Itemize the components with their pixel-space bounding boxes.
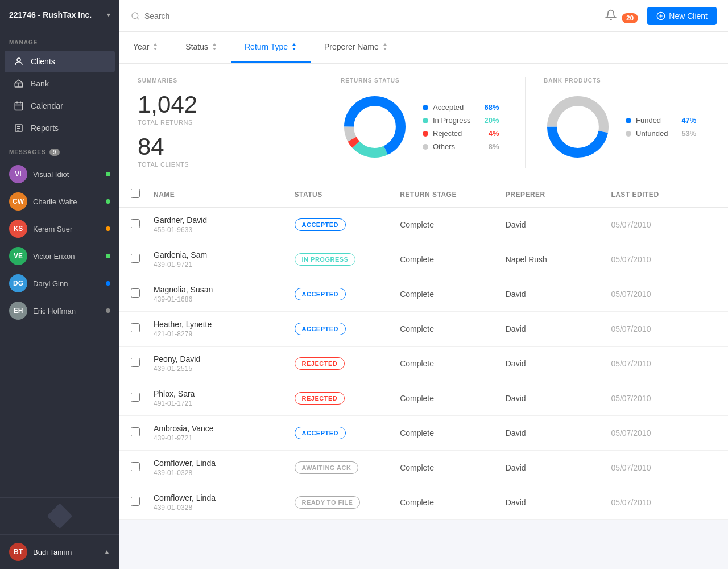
- returns-chart-area: Accepted 68% In Progress 20% Rejected 4%: [341, 93, 507, 161]
- row-check-3: [131, 323, 154, 335]
- chevron-down-icon[interactable]: ▾: [107, 11, 110, 19]
- client-name-5: Phlox, Sara: [154, 389, 295, 398]
- row-check-0: [131, 219, 154, 230]
- row-check-4: [131, 358, 154, 369]
- dot-rejected: [423, 131, 428, 137]
- sidebar-item-calendar[interactable]: Calendar: [5, 95, 115, 117]
- legend-funded-pct: 47%: [672, 116, 696, 125]
- table-row[interactable]: Gardner, David 455-01-9633 ACCEPTED Comp…: [119, 208, 728, 242]
- status-badge-2: ACCEPTED: [295, 288, 346, 300]
- total-returns-label: TOTAL RETURNS: [138, 119, 304, 126]
- row-stage-4: Complete: [400, 359, 506, 368]
- row-preparer-2: David: [506, 290, 611, 299]
- row-stage-3: Complete: [400, 324, 506, 333]
- svg-point-23: [559, 108, 598, 147]
- sidebar-item-clients[interactable]: Clients: [5, 51, 115, 72]
- avatar-cw: CW: [9, 192, 27, 211]
- message-item-charlie-waite[interactable]: CW Charlie Waite: [0, 188, 119, 215]
- search-input[interactable]: [144, 11, 596, 20]
- client-name-2: Magnolia, Susan: [154, 285, 295, 294]
- status-dot-eh: [106, 308, 110, 313]
- row-checkbox-8[interactable]: [131, 497, 140, 506]
- legend-rejected-label: Rejected: [433, 129, 462, 138]
- table-row[interactable]: Ambrosia, Vance 439-01-9721 ACCEPTED Com…: [119, 416, 728, 451]
- client-name-3: Heather, Lynette: [154, 320, 295, 329]
- bank-label: Bank: [31, 79, 49, 88]
- status-dot-vi: [106, 172, 110, 176]
- bell-icon: [605, 9, 617, 20]
- status-dot-dg: [106, 281, 110, 286]
- row-edited-1: 05/07/2010: [611, 255, 717, 264]
- client-ssn-1: 439-01-9721: [154, 261, 295, 269]
- header-preparer: Preperer: [506, 191, 611, 199]
- row-checkbox-6[interactable]: [131, 427, 140, 436]
- legend-accepted-label: Accepted: [433, 103, 464, 112]
- message-item-daryl-ginn[interactable]: DG Daryl Ginn: [0, 270, 119, 297]
- tab-preparer-name[interactable]: Preperer Name: [311, 32, 402, 63]
- header-name: Name: [154, 191, 295, 199]
- tab-return-type[interactable]: Return Type: [231, 32, 311, 63]
- sort-icon-year: [152, 43, 158, 50]
- row-name-6: Ambrosia, Vance 439-01-9721: [154, 424, 295, 442]
- table-row[interactable]: Cornflower, Linda 439-01-0328 READY TO F…: [119, 485, 728, 520]
- sidebar-item-bank[interactable]: Bank: [5, 73, 115, 94]
- tab-status[interactable]: Status: [172, 32, 231, 63]
- returns-status-block: RETURNS STATUS: [322, 77, 526, 168]
- topbar: 20 New Client: [119, 0, 728, 32]
- row-checkbox-1[interactable]: [131, 254, 140, 263]
- notification-button[interactable]: 20: [605, 9, 638, 23]
- row-edited-3: 05/07/2010: [611, 324, 717, 333]
- row-stage-7: Complete: [400, 463, 506, 472]
- client-ssn-7: 439-01-0328: [154, 469, 295, 477]
- row-checkbox-3[interactable]: [131, 323, 140, 332]
- row-checkbox-2[interactable]: [131, 288, 140, 298]
- dot-unfunded: [626, 131, 631, 137]
- row-checkbox-5[interactable]: [131, 393, 140, 402]
- legend-funded-label: Funded: [636, 116, 661, 125]
- legend-unfunded: Unfunded 53%: [626, 129, 696, 138]
- bank-donut: [544, 93, 612, 161]
- status-badge-5: REJECTED: [295, 392, 345, 405]
- select-all-checkbox[interactable]: [131, 189, 140, 198]
- status-badge-8: READY TO FILE: [295, 496, 361, 509]
- table-row[interactable]: Peony, David 439-01-2515 REJECTED Comple…: [119, 347, 728, 381]
- table-row[interactable]: Phlox, Sara 491-01-1721 REJECTED Complet…: [119, 381, 728, 416]
- new-client-button[interactable]: New Client: [647, 7, 717, 25]
- status-badge-1: IN PROGRESS: [295, 253, 356, 266]
- message-item-victor-erixon[interactable]: VE Victor Erixon: [0, 242, 119, 270]
- row-stage-0: Complete: [400, 220, 506, 229]
- table-row[interactable]: Magnolia, Susan 439-01-1686 ACCEPTED Com…: [119, 277, 728, 312]
- total-clients-value: 84: [138, 135, 304, 159]
- message-item-eric-hoffman[interactable]: EH Eric Hoffman: [0, 297, 119, 324]
- messages-count-badge: 9: [49, 149, 60, 156]
- tab-year-label: Year: [133, 42, 149, 51]
- bank-donut-svg: [544, 93, 612, 161]
- bank-chart-area: Funded 47% Unfunded 53%: [544, 93, 710, 161]
- user-name: Budi Tanrim: [33, 548, 98, 556]
- client-ssn-5: 491-01-1721: [154, 399, 295, 407]
- sidebar-item-reports[interactable]: Reports: [5, 117, 115, 139]
- row-edited-2: 05/07/2010: [611, 290, 717, 299]
- message-item-kerem-suer[interactable]: KS Kerem Suer: [0, 215, 119, 242]
- table-row[interactable]: Gardenia, Sam 439-01-9721 IN PROGRESS Co…: [119, 242, 728, 277]
- sidebar-header[interactable]: 221746 - RushTax Inc. ▾: [0, 0, 119, 30]
- tab-year[interactable]: Year: [119, 32, 172, 63]
- sidebar-user-area[interactable]: BT Budi Tanrim ▲: [0, 534, 119, 569]
- message-item-visual-idiot[interactable]: VI Visual Idiot: [0, 160, 119, 188]
- bank-products-title: BANK PRODUCTS: [544, 77, 710, 84]
- row-checkbox-0[interactable]: [131, 219, 140, 228]
- row-checkbox-7[interactable]: [131, 462, 140, 471]
- table-row[interactable]: Heather, Lynette 421-01-8279 ACCEPTED Co…: [119, 312, 728, 347]
- row-checkbox-4[interactable]: [131, 358, 140, 367]
- person-icon: [14, 56, 24, 67]
- legend-others-pct: 8%: [479, 142, 499, 151]
- row-name-0: Gardner, David 455-01-9633: [154, 216, 295, 234]
- table-row[interactable]: Cornflower, Linda 439-01-0328 AWAITING A…: [119, 451, 728, 485]
- topbar-right: 20 New Client: [605, 7, 717, 25]
- dot-accepted: [423, 105, 428, 110]
- search-icon: [131, 11, 140, 20]
- table-header-row: Name Status Return Stage Preperer Last E…: [119, 182, 728, 208]
- row-preparer-1: Napel Rush: [506, 255, 611, 264]
- row-status-5: REJECTED: [295, 392, 400, 405]
- svg-point-0: [17, 58, 20, 61]
